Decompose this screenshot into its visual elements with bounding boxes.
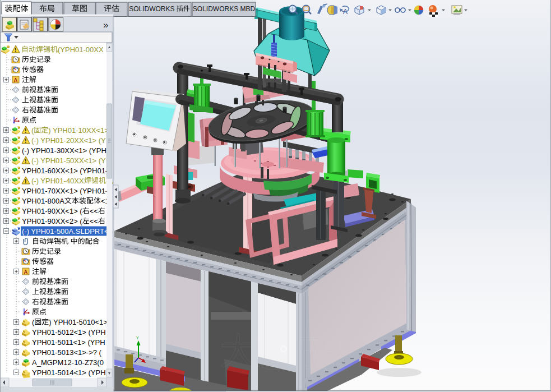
svg-text:(: ( [32, 318, 35, 326]
svg-text:(-) YPH01-30XX<1> (YPH: (-) YPH01-30XX<1> (YPH [22, 146, 107, 155]
svg-text:YPH01-60XX<1> (YPH01-: YPH01-60XX<1> (YPH01- [22, 167, 108, 175]
svg-text:YPH01-5013<1>->? (: YPH01-5013<1>->? ( [32, 348, 102, 357]
svg-text:(-) YPH01-500A.SLDPRT<: (-) YPH01-500A.SLDPRT< [22, 227, 109, 236]
svg-text:YPH01-5011<1> (YPH: YPH01-5011<1> (YPH [32, 338, 105, 347]
svg-text:A: A [24, 269, 28, 275]
svg-text:(: ( [31, 126, 34, 135]
svg-text:(-) YPH01-20XX<1> (Y: (-) YPH01-20XX<1> (Y [31, 136, 106, 145]
svg-text:(-) YPH01-50XX<1> (Y: (-) YPH01-50XX<1> (Y [31, 156, 106, 165]
svg-text:YPH01-800A: YPH01-800A [22, 197, 64, 205]
svg-text:(-) YPH01-40XX: (-) YPH01-40XX [31, 177, 84, 185]
svg-text:»: » [103, 20, 108, 30]
svg-text:YPH01-90XX<1> (: YPH01-90XX<1> ( [22, 207, 82, 215]
svg-text:YPH01-5012<1> (YPH: YPH01-5012<1> (YPH [32, 328, 106, 336]
svg-text:SOLIDWORKS: SOLIDWORKS [129, 5, 174, 13]
svg-text:A_MGPM12-10-Z73(0: A_MGPM12-10-Z73(0 [32, 358, 104, 367]
svg-text:YPH01-90XX<2> (: YPH01-90XX<2> ( [22, 217, 82, 225]
svg-text:(YPH01-00XX: (YPH01-00XX [58, 45, 104, 54]
svg-text:A: A [14, 77, 18, 84]
svg-text:Y: Y [136, 336, 139, 340]
svg-text:YPH01-5014<1> (YPH: YPH01-5014<1> (YPH [32, 368, 106, 377]
svg-text:) YPH01-5010<1>: ) YPH01-5010<1> [49, 318, 108, 326]
svg-text:) YPH01-10XX<1>: ) YPH01-10XX<1> [48, 126, 108, 135]
svg-text:<<: << [90, 207, 98, 215]
svg-text:SOLIDWORKS MBD: SOLIDWORKS MBD [193, 5, 256, 13]
svg-text:YPH01-70XX<1> (YPH01-: YPH01-70XX<1> (YPH01- [22, 187, 108, 195]
svg-text:<<: << [90, 217, 98, 225]
